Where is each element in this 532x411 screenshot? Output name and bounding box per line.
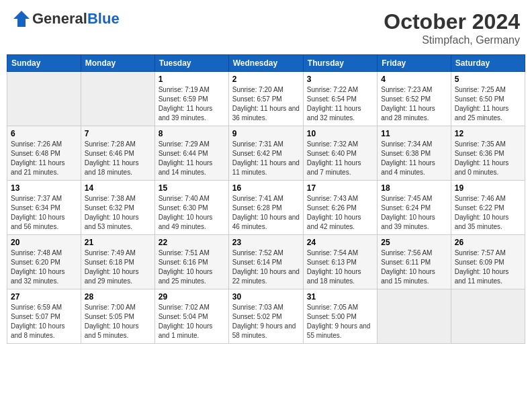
calendar-day-cell: 3Sunrise: 7:22 AMSunset: 6:54 PMDaylight… bbox=[303, 72, 377, 126]
day-number: 6 bbox=[11, 129, 77, 138]
day-info: Sunrise: 7:43 AMSunset: 6:26 PMDaylight:… bbox=[307, 194, 373, 232]
day-info: Sunrise: 7:34 AMSunset: 6:38 PMDaylight:… bbox=[381, 140, 447, 177]
page-header: GeneralBlue October 2024 Stimpfach, Germ… bbox=[7, 7, 525, 49]
day-info: Sunrise: 7:45 AMSunset: 6:24 PMDaylight:… bbox=[381, 194, 447, 232]
day-number: 3 bbox=[307, 75, 373, 84]
calendar-day-cell: 17Sunrise: 7:43 AMSunset: 6:26 PMDayligh… bbox=[303, 181, 377, 235]
day-number: 25 bbox=[381, 238, 447, 247]
day-number: 11 bbox=[381, 129, 447, 138]
calendar-day-cell bbox=[378, 289, 451, 344]
calendar-day-header: Friday bbox=[378, 55, 451, 72]
day-number: 18 bbox=[381, 183, 447, 193]
day-info: Sunrise: 7:22 AMSunset: 6:54 PMDaylight:… bbox=[307, 85, 373, 123]
calendar-day-cell: 2Sunrise: 7:20 AMSunset: 6:57 PMDaylight… bbox=[228, 72, 303, 126]
day-number: 22 bbox=[159, 238, 225, 247]
logo-text: GeneralBlue bbox=[32, 11, 120, 26]
day-info: Sunrise: 7:25 AMSunset: 6:50 PMDaylight:… bbox=[455, 85, 521, 123]
calendar-day-cell: 12Sunrise: 7:35 AMSunset: 6:36 PMDayligh… bbox=[451, 126, 525, 181]
day-info: Sunrise: 7:40 AMSunset: 6:30 PMDaylight:… bbox=[159, 194, 225, 232]
day-info: Sunrise: 7:20 AMSunset: 6:57 PMDaylight:… bbox=[232, 85, 300, 123]
calendar-week-row: 27Sunrise: 6:59 AMSunset: 5:07 PMDayligh… bbox=[7, 289, 525, 344]
day-info: Sunrise: 7:31 AMSunset: 6:42 PMDaylight:… bbox=[232, 140, 300, 177]
calendar-day-cell: 28Sunrise: 7:00 AMSunset: 5:05 PMDayligh… bbox=[81, 289, 154, 344]
day-info: Sunrise: 7:52 AMSunset: 6:14 PMDaylight:… bbox=[232, 248, 300, 286]
day-number: 15 bbox=[159, 183, 225, 193]
day-number: 13 bbox=[11, 183, 77, 193]
calendar-day-header: Tuesday bbox=[154, 55, 228, 72]
calendar-day-cell: 1Sunrise: 7:19 AMSunset: 6:59 PMDaylight… bbox=[154, 72, 228, 126]
day-info: Sunrise: 7:26 AMSunset: 6:48 PMDaylight:… bbox=[11, 140, 77, 177]
calendar-week-row: 20Sunrise: 7:48 AMSunset: 6:20 PMDayligh… bbox=[7, 235, 525, 289]
calendar-day-cell: 22Sunrise: 7:51 AMSunset: 6:16 PMDayligh… bbox=[154, 235, 228, 289]
day-number: 8 bbox=[159, 129, 225, 138]
calendar-day-cell bbox=[7, 72, 81, 126]
day-info: Sunrise: 7:54 AMSunset: 6:13 PMDaylight:… bbox=[307, 248, 373, 286]
calendar-day-cell: 21Sunrise: 7:49 AMSunset: 6:18 PMDayligh… bbox=[81, 235, 154, 289]
svg-marker-0 bbox=[13, 11, 30, 27]
calendar-day-cell: 4Sunrise: 7:23 AMSunset: 6:52 PMDaylight… bbox=[378, 72, 451, 126]
calendar-week-row: 6Sunrise: 7:26 AMSunset: 6:48 PMDaylight… bbox=[7, 126, 525, 181]
calendar-day-cell: 25Sunrise: 7:56 AMSunset: 6:11 PMDayligh… bbox=[378, 235, 451, 289]
day-info: Sunrise: 7:56 AMSunset: 6:11 PMDaylight:… bbox=[381, 248, 447, 286]
day-info: Sunrise: 6:59 AMSunset: 5:07 PMDaylight:… bbox=[11, 303, 77, 340]
calendar-day-cell: 7Sunrise: 7:28 AMSunset: 6:46 PMDaylight… bbox=[81, 126, 154, 181]
day-info: Sunrise: 7:49 AMSunset: 6:18 PMDaylight:… bbox=[85, 248, 151, 286]
day-number: 30 bbox=[232, 292, 300, 302]
day-info: Sunrise: 7:32 AMSunset: 6:40 PMDaylight:… bbox=[307, 140, 373, 177]
calendar-day-cell: 31Sunrise: 7:05 AMSunset: 5:00 PMDayligh… bbox=[303, 289, 377, 344]
logo-blue: Blue bbox=[87, 10, 120, 27]
calendar-day-cell: 8Sunrise: 7:29 AMSunset: 6:44 PMDaylight… bbox=[154, 126, 228, 181]
logo-general: General bbox=[32, 10, 87, 27]
day-number: 1 bbox=[159, 75, 225, 84]
calendar-day-cell: 15Sunrise: 7:40 AMSunset: 6:30 PMDayligh… bbox=[154, 181, 228, 235]
calendar-header-row: SundayMondayTuesdayWednesdayThursdayFrid… bbox=[7, 55, 525, 72]
day-info: Sunrise: 7:38 AMSunset: 6:32 PMDaylight:… bbox=[85, 194, 151, 232]
calendar-day-header: Thursday bbox=[303, 55, 377, 72]
calendar-day-header: Wednesday bbox=[228, 55, 303, 72]
logo-icon bbox=[12, 9, 31, 28]
calendar-day-cell: 14Sunrise: 7:38 AMSunset: 6:32 PMDayligh… bbox=[81, 181, 154, 235]
calendar-week-row: 1Sunrise: 7:19 AMSunset: 6:59 PMDaylight… bbox=[7, 72, 525, 126]
calendar-day-cell: 5Sunrise: 7:25 AMSunset: 6:50 PMDaylight… bbox=[451, 72, 525, 126]
calendar-body: 1Sunrise: 7:19 AMSunset: 6:59 PMDaylight… bbox=[7, 72, 525, 344]
day-number: 28 bbox=[85, 292, 151, 302]
title-block: October 2024 Stimpfach, Germany bbox=[384, 9, 520, 46]
day-info: Sunrise: 7:02 AMSunset: 5:04 PMDaylight:… bbox=[159, 303, 225, 340]
calendar-table: SundayMondayTuesdayWednesdayThursdayFrid… bbox=[7, 54, 525, 344]
calendar-day-cell: 16Sunrise: 7:41 AMSunset: 6:28 PMDayligh… bbox=[228, 181, 303, 235]
day-number: 2 bbox=[232, 75, 300, 84]
calendar-day-cell: 10Sunrise: 7:32 AMSunset: 6:40 PMDayligh… bbox=[303, 126, 377, 181]
day-info: Sunrise: 7:29 AMSunset: 6:44 PMDaylight:… bbox=[159, 140, 225, 177]
day-number: 12 bbox=[455, 129, 521, 138]
day-number: 24 bbox=[307, 238, 373, 247]
day-number: 31 bbox=[307, 292, 373, 302]
day-number: 21 bbox=[85, 238, 151, 247]
day-number: 17 bbox=[307, 183, 373, 193]
day-number: 5 bbox=[455, 75, 521, 84]
calendar-day-cell: 6Sunrise: 7:26 AMSunset: 6:48 PMDaylight… bbox=[7, 126, 81, 181]
day-number: 4 bbox=[381, 75, 447, 84]
calendar-day-cell bbox=[451, 289, 525, 344]
logo: GeneralBlue bbox=[12, 9, 120, 28]
calendar-day-cell: 24Sunrise: 7:54 AMSunset: 6:13 PMDayligh… bbox=[303, 235, 377, 289]
calendar-day-cell: 23Sunrise: 7:52 AMSunset: 6:14 PMDayligh… bbox=[228, 235, 303, 289]
calendar-day-header: Saturday bbox=[451, 55, 525, 72]
day-number: 9 bbox=[232, 129, 300, 138]
day-info: Sunrise: 7:03 AMSunset: 5:02 PMDaylight:… bbox=[232, 303, 300, 340]
day-number: 29 bbox=[159, 292, 225, 302]
day-info: Sunrise: 7:51 AMSunset: 6:16 PMDaylight:… bbox=[159, 248, 225, 286]
day-info: Sunrise: 7:41 AMSunset: 6:28 PMDaylight:… bbox=[232, 194, 300, 232]
day-number: 26 bbox=[455, 238, 521, 247]
day-info: Sunrise: 7:46 AMSunset: 6:22 PMDaylight:… bbox=[455, 194, 521, 232]
calendar-day-cell: 11Sunrise: 7:34 AMSunset: 6:38 PMDayligh… bbox=[378, 126, 451, 181]
day-number: 7 bbox=[85, 129, 151, 138]
calendar-week-row: 13Sunrise: 7:37 AMSunset: 6:34 PMDayligh… bbox=[7, 181, 525, 235]
calendar-day-cell: 19Sunrise: 7:46 AMSunset: 6:22 PMDayligh… bbox=[451, 181, 525, 235]
calendar-day-cell: 30Sunrise: 7:03 AMSunset: 5:02 PMDayligh… bbox=[228, 289, 303, 344]
calendar-day-cell: 9Sunrise: 7:31 AMSunset: 6:42 PMDaylight… bbox=[228, 126, 303, 181]
calendar-day-cell: 18Sunrise: 7:45 AMSunset: 6:24 PMDayligh… bbox=[378, 181, 451, 235]
day-number: 16 bbox=[232, 183, 300, 193]
calendar-day-cell: 13Sunrise: 7:37 AMSunset: 6:34 PMDayligh… bbox=[7, 181, 81, 235]
day-info: Sunrise: 7:19 AMSunset: 6:59 PMDaylight:… bbox=[159, 85, 225, 123]
calendar-day-cell: 26Sunrise: 7:57 AMSunset: 6:09 PMDayligh… bbox=[451, 235, 525, 289]
